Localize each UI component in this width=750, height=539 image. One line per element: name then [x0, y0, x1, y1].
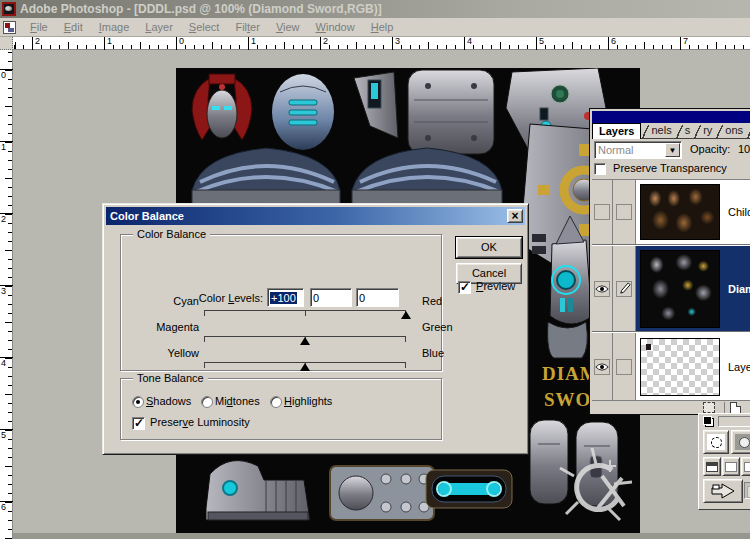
ruler-origin-box[interactable]: [0, 37, 13, 50]
slider-row-yellow-blue: Yellow Blue: [141, 344, 441, 370]
close-icon[interactable]: ×: [507, 209, 523, 223]
visibility-cell[interactable]: [592, 180, 613, 244]
visibility-cell[interactable]: [592, 246, 613, 331]
eye-icon[interactable]: [594, 359, 610, 375]
menu-bar: File Edit Image Layer Select Filter View…: [0, 18, 750, 37]
jump-to-button[interactable]: [703, 479, 743, 503]
chevron-down-icon[interactable]: [665, 143, 680, 157]
menu-help[interactable]: Help: [363, 19, 402, 35]
preview-option[interactable]: Preview: [458, 280, 515, 294]
slider-label-right: Blue: [422, 347, 444, 359]
layer-name[interactable]: Children: [724, 180, 750, 244]
yellow-blue-slider-track[interactable]: [204, 358, 406, 370]
tab-paths-fragment[interactable]: s: [684, 123, 694, 138]
texture-boot: [206, 461, 310, 520]
ruler-number: 5: [536, 37, 544, 46]
layers-palette: Layers nels s ry ons h Normal Opacity: 1…: [589, 108, 750, 415]
layer-thumbnail[interactable]: [640, 184, 720, 240]
preserve-transparency-option[interactable]: Preserve Transparency: [592, 162, 750, 178]
jump-target-thumbnail: [744, 482, 750, 499]
checkbox-icon[interactable]: [132, 417, 145, 430]
highlights-radio-option[interactable]: Highlights: [270, 395, 332, 408]
filled-circle-icon: [739, 437, 750, 448]
checkbox-label: Preview: [476, 280, 515, 292]
layer-thumbnail[interactable]: [640, 338, 720, 396]
fullscreen-menubar-mode-button[interactable]: [722, 457, 740, 476]
photoshop-app-icon: [2, 2, 16, 16]
ruler-number: 0: [176, 37, 184, 46]
preserve-luminosity-option[interactable]: Preserve Luminosity: [132, 416, 250, 430]
slider-label-right: Red: [422, 295, 442, 307]
ruler-number: 6: [608, 37, 616, 46]
menu-image[interactable]: Image: [91, 19, 138, 35]
layer-thumbnail-cell[interactable]: [636, 246, 724, 331]
blend-mode-select[interactable]: Normal: [594, 141, 682, 159]
menu-window[interactable]: Window: [308, 19, 363, 35]
tab-layers[interactable]: Layers: [592, 123, 641, 139]
layer-row-diamond-sword[interactable]: Diamond Sword: [592, 246, 750, 332]
shadows-radio-option[interactable]: Shadows: [132, 395, 191, 408]
layer-thumbnail-cell[interactable]: [636, 180, 724, 244]
document-icon[interactable]: [3, 21, 16, 34]
quick-mask-mode-button[interactable]: [731, 430, 750, 454]
color-balance-group: Color Balance Color Levels: +100 0 0 Cya…: [120, 234, 442, 371]
eye-icon[interactable]: [594, 204, 610, 220]
tab-channels-fragment[interactable]: nels: [650, 123, 674, 138]
standard-screen-mode-button[interactable]: [703, 457, 721, 476]
vertical-ruler[interactable]: 0 1 2 3 4 5 6: [0, 50, 13, 539]
ok-button[interactable]: OK: [456, 237, 522, 258]
layer-mask-icon[interactable]: [703, 402, 715, 413]
title-bar[interactable]: Adobe Photoshop - [DDDL.psd @ 100% (Diam…: [0, 0, 750, 18]
blend-mode-row: Normal Opacity: 100%: [592, 141, 750, 161]
menu-view[interactable]: View: [268, 19, 308, 35]
menu-filter[interactable]: Filter: [227, 19, 267, 35]
eye-icon[interactable]: [594, 281, 610, 297]
checkbox-label: Preserve Transparency: [613, 162, 727, 174]
photoshop-window: Adobe Photoshop - [DDDL.psd @ 100% (Diam…: [0, 0, 750, 539]
ruler-number: 3: [1, 287, 6, 296]
ruler-number: 4: [1, 359, 6, 368]
horizontal-ruler[interactable]: 2 1 0 1 2 3 4 5 6 7: [13, 37, 750, 50]
menu-edit[interactable]: Edit: [56, 19, 91, 35]
layer-name[interactable]: Diamond Sword: [724, 246, 750, 331]
magenta-green-slider-track[interactable]: [204, 332, 406, 344]
ruler-number: 2: [32, 37, 40, 46]
menu-file[interactable]: File: [22, 19, 56, 35]
checkbox-icon[interactable]: [458, 281, 471, 294]
ruler-number: 1: [1, 143, 6, 152]
group-title: Tone Balance: [133, 372, 208, 384]
edit-status-cell[interactable]: [613, 333, 636, 400]
midtones-radio-option[interactable]: Midtones: [201, 395, 260, 408]
fullscreen-mode-button[interactable]: [741, 457, 750, 476]
tab-separator: [693, 125, 702, 138]
tab-actions-fragment[interactable]: ons: [724, 123, 746, 138]
radio-icon[interactable]: [201, 396, 213, 408]
radio-icon[interactable]: [132, 396, 144, 408]
layer-name[interactable]: Layer 1: [724, 333, 750, 400]
tab-history-fragment[interactable]: ry: [702, 123, 715, 138]
checkbox-icon[interactable]: [594, 163, 606, 175]
paintbrush-icon: [616, 204, 632, 220]
standard-mode-button[interactable]: [703, 430, 729, 454]
layer-row-children[interactable]: Children: [592, 180, 750, 245]
layer-row-layer1[interactable]: Layer 1: [592, 333, 750, 400]
slider-row-cyan-red: Cyan Red: [141, 292, 441, 318]
cyan-red-slider-track[interactable]: [204, 306, 406, 318]
opacity-value[interactable]: 100%: [738, 143, 750, 155]
dialog-title-bar[interactable]: Color Balance ×: [106, 207, 525, 225]
palette-title-bar[interactable]: [592, 111, 750, 123]
visibility-cell[interactable]: [592, 333, 613, 400]
layer-thumbnail-cell[interactable]: [636, 333, 724, 400]
radio-icon[interactable]: [270, 396, 282, 408]
layer-thumbnail[interactable]: [640, 250, 720, 328]
slider-label-left: Magenta: [141, 321, 199, 333]
edit-status-cell[interactable]: [613, 180, 636, 244]
menu-select[interactable]: Select: [181, 19, 228, 35]
background-color-swatch[interactable]: [718, 416, 750, 427]
ruler-number: 1: [104, 37, 112, 46]
edit-status-cell[interactable]: [613, 246, 636, 331]
menu-layer[interactable]: Layer: [137, 19, 181, 35]
yellow-blue-slider-thumb[interactable]: [300, 363, 310, 371]
dashed-circle-icon: [711, 437, 722, 448]
default-colors-icon[interactable]: [703, 416, 714, 427]
